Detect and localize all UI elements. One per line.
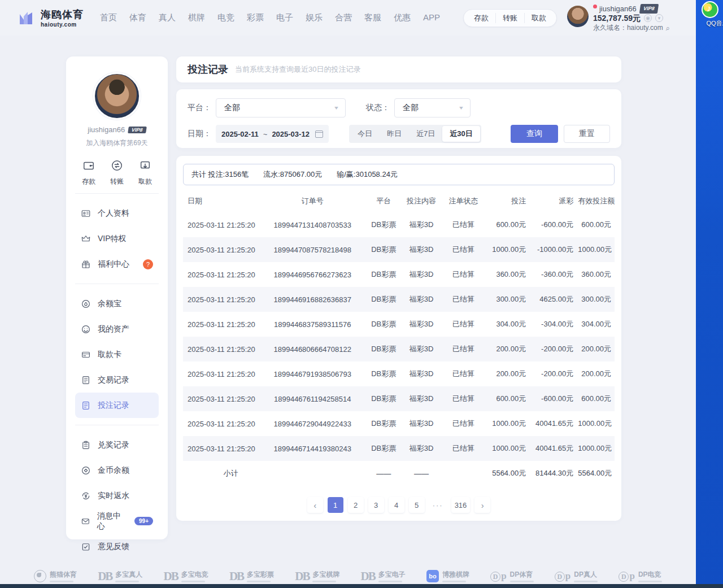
partner-caption — [378, 581, 402, 582]
profile-sidebar: jiushigan66 VIP8 加入海鸥体育第69天 存款转账取款 个人资料V… — [66, 56, 168, 539]
cell-content: 福彩3D — [401, 312, 442, 337]
cell-status: 已结算 — [442, 287, 485, 312]
date-range-picker[interactable]: 2025-02-11 ~ 2025-03-12 — [216, 125, 329, 143]
notification-dot — [593, 5, 597, 8]
pagination-prev-button[interactable]: ‹ — [307, 497, 323, 513]
partner-name: 博雅棋牌 — [442, 570, 469, 580]
cell-content: 福彩3D — [401, 337, 442, 361]
search-button[interactable]: 查询 — [511, 125, 558, 143]
nav-item-10[interactable]: 客服 — [358, 8, 387, 28]
deposit-icon — [82, 159, 95, 172]
range-button-昨日[interactable]: 昨日 — [380, 126, 409, 142]
user-block[interactable]: jiushigan66 VIP8 152,787.59元 ◉ ▾ 永久域名：ha… — [567, 4, 670, 32]
chevron-down-icon[interactable]: ▾ — [655, 14, 663, 22]
partner-name: DP体育 — [510, 570, 534, 580]
wallet-action-存款[interactable]: 存款 — [76, 159, 101, 186]
sidebar-item-withdraw-card[interactable]: 取款卡 — [75, 342, 159, 367]
db-logo-icon: DB — [295, 569, 309, 583]
wallet-action-转账[interactable]: 转账 — [104, 159, 129, 186]
partner-caption — [50, 581, 73, 582]
subtotal-cell: 小计 — [183, 461, 259, 486]
cell-payout: -304.00元 — [528, 312, 576, 337]
brand-logo[interactable]: 海鸥体育 haiouty.com — [17, 8, 84, 28]
range-button-近7日[interactable]: 近7日 — [409, 126, 442, 142]
wallet-action-label: 取款 — [133, 177, 158, 186]
nav-item-8[interactable]: 娱乐 — [299, 8, 329, 28]
nav-item-11[interactable]: 优惠 — [387, 8, 417, 28]
profile-avatar[interactable] — [93, 72, 141, 120]
status-select[interactable]: 全部 ▼ — [394, 98, 471, 117]
cell-order: 1899447131408703533 — [259, 212, 367, 237]
wallet-action-取款[interactable]: 取款 — [133, 159, 158, 186]
cell-platform: DB彩票 — [367, 237, 401, 262]
range-button-近30日[interactable]: 近30日 — [442, 126, 480, 142]
platform-select[interactable]: 全部 ▼ — [216, 98, 346, 117]
reset-button[interactable]: 重置 — [564, 125, 610, 143]
cell-valid: 304.00元 — [576, 312, 615, 337]
sidebar-item-feedback[interactable]: 意见反馈 — [75, 534, 159, 559]
pagination-page-5[interactable]: 5 — [409, 497, 425, 513]
cell-bet: 1000.00元 — [485, 237, 528, 262]
refresh-balance-icon[interactable]: ◉ — [644, 14, 652, 22]
cell-status: 已结算 — [442, 262, 485, 287]
cell-date: 2025-03-11 21:25:20 — [183, 361, 259, 386]
sidebar-item-profile[interactable]: 个人资料 — [75, 201, 159, 226]
subtotal-cell: 81444.30元 — [528, 461, 576, 486]
nav-item-3[interactable]: 真人 — [153, 8, 182, 28]
nav-item-6[interactable]: 彩票 — [241, 8, 270, 28]
search-icon[interactable]: ⌕ — [666, 24, 670, 32]
range-button-今日[interactable]: 今日 — [350, 126, 380, 142]
table-header-row: 日期订单号平台投注内容注单状态投注派彩有效投注额 — [183, 190, 615, 212]
cell-date: 2025-03-11 21:25:20 — [183, 312, 259, 337]
sidebar-item-bet-records[interactable]: 投注记录 — [75, 393, 159, 418]
nav-item-7[interactable]: 电子 — [270, 8, 299, 28]
pagination-page-4[interactable]: 4 — [389, 497, 404, 513]
cell-content: 福彩3D — [401, 262, 442, 287]
pagination-page-1[interactable]: 1 — [328, 497, 343, 513]
sidebar-item-vip[interactable]: VIP特权 — [75, 226, 159, 251]
pagination-page-3[interactable]: 3 — [368, 497, 384, 513]
nav-item-1[interactable]: 首页 — [94, 8, 123, 28]
status-label: 状态： — [366, 103, 390, 113]
cell-content: 福彩3D — [401, 436, 442, 461]
vip-badge: VIP8 — [639, 4, 658, 14]
cell-payout: -600.00元 — [528, 212, 576, 237]
sidebar-item-coin-balance[interactable]: 金币余额 — [75, 458, 159, 483]
date-from: 2025-02-11 — [221, 130, 259, 138]
sidebar-item-messages[interactable]: 消息中心99+ — [75, 508, 159, 534]
qq-music-desktop-shortcut[interactable]: QQ音乐 — [700, 1, 723, 28]
nav-item-2[interactable]: 体育 — [123, 8, 153, 28]
sidebar-item-assets[interactable]: 我的资产 — [75, 316, 159, 342]
pagination-page-316[interactable]: 316 — [451, 497, 471, 513]
cell-platform: DB彩票 — [367, 386, 401, 411]
quick-action-1[interactable]: 存款 — [467, 13, 495, 23]
avatar[interactable] — [567, 6, 589, 27]
calendar-icon — [315, 130, 323, 138]
nav-item-5[interactable]: 电竞 — [211, 8, 241, 28]
quick-action-2[interactable]: 转账 — [495, 13, 524, 23]
bottom-dark-bar — [0, 584, 723, 588]
transfer-icon — [111, 159, 123, 172]
sidebar-item-yuebao[interactable]: 余额宝 — [75, 291, 159, 316]
page-title: 投注记录 — [188, 63, 228, 76]
cell-status: 已结算 — [442, 212, 485, 237]
pagination-next-button[interactable]: › — [474, 497, 490, 513]
cell-platform: DB彩票 — [367, 312, 401, 337]
brand-name: 海鸥体育 — [41, 8, 84, 21]
sidebar-item-prize-records[interactable]: 兑奖记录 — [75, 432, 159, 458]
sidebar-item-label: 余额宝 — [98, 299, 121, 309]
nav-item-9[interactable]: 合营 — [329, 8, 358, 28]
subtotal-cell: 5564.00元 — [485, 461, 528, 486]
sidebar-item-welfare[interactable]: 福利中心? — [75, 251, 159, 277]
nav-item-4[interactable]: 棋牌 — [182, 8, 211, 28]
sidebar-item-label: 金币余额 — [98, 465, 129, 476]
coin-icon — [81, 465, 91, 476]
cell-payout: -200.00元 — [528, 337, 576, 361]
nav-item-12[interactable]: APP — [417, 8, 446, 28]
sidebar-item-rebate[interactable]: 实时返水 — [75, 483, 159, 508]
sidebar-item-transactions[interactable]: 交易记录 — [75, 367, 159, 393]
quick-action-3[interactable]: 取款 — [524, 13, 553, 23]
top-navbar: 海鸥体育 haiouty.com 首页体育真人棋牌电竞彩票电子娱乐合营客服优惠A… — [0, 0, 696, 36]
pagination-page-2[interactable]: 2 — [348, 497, 364, 513]
wallet-action-label: 存款 — [76, 177, 101, 186]
